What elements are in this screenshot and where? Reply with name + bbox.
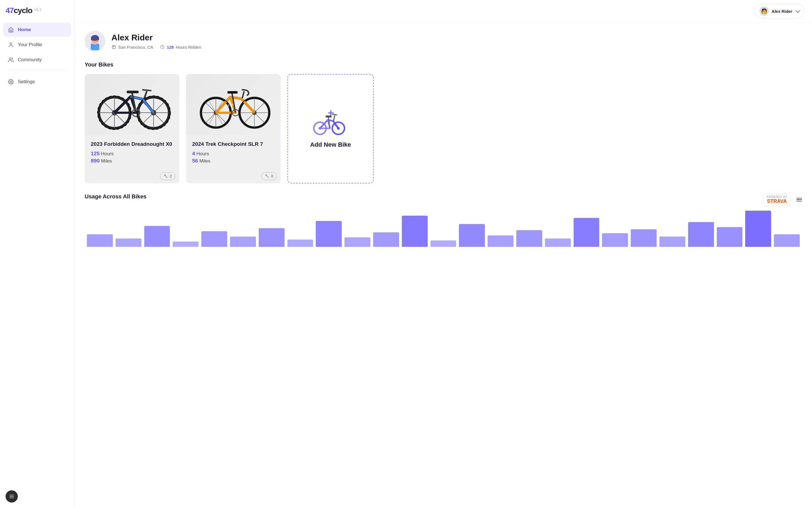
menu-line-1 — [797, 198, 802, 199]
profile-name: Alex Rider — [111, 33, 201, 42]
svg-line-48 — [242, 91, 244, 98]
chart-bar — [316, 221, 342, 247]
chart-bar — [774, 234, 800, 247]
sidebar-item-home-label: Home — [18, 27, 31, 33]
chart-bar — [430, 240, 456, 246]
wrench-badge-2[interactable]: 🔧 0 — [261, 172, 277, 180]
gear-icon — [8, 79, 14, 85]
profile-meta: San Francisco, CA 128 Hours Ridden — [111, 45, 201, 50]
chevron-down-icon — [796, 8, 800, 13]
sidebar-item-settings-label: Settings — [18, 79, 35, 84]
menu-line-2 — [797, 199, 802, 200]
profile-header: Alex Rider San Francisco, CA — [85, 31, 802, 52]
usage-section: Usage Across All Bikes POWERED BY STRAVA — [85, 193, 802, 247]
group-icon — [8, 57, 14, 63]
sidebar-item-profile[interactable]: Your Profile — [3, 38, 71, 52]
profile-info: Alex Rider San Francisco, CA — [111, 33, 201, 50]
chart-bar — [688, 222, 714, 247]
add-bike-card[interactable]: + — [287, 74, 374, 183]
main-nav: Home Your Profile Community — [0, 23, 74, 486]
nav-divider — [7, 71, 68, 71]
user-menu-button[interactable]: 🧑 Alex Rider — [755, 4, 804, 18]
bike-card-1[interactable]: 2023 Forbidden Dreadnought X0 125 Hours … — [85, 74, 179, 183]
svg-point-0 — [10, 43, 12, 45]
bike-footer-1: 🔧 2 — [85, 170, 179, 183]
topbar-user-name: Alex Rider — [772, 9, 792, 14]
svg-point-2 — [10, 81, 12, 82]
wrench-count-2: 0 — [271, 174, 273, 178]
usage-header: Usage Across All Bikes POWERED BY STRAVA — [85, 193, 802, 206]
chart-bar — [230, 236, 256, 247]
bike-image-area-1 — [85, 74, 179, 135]
chart-bar — [402, 216, 428, 246]
page-content: Alex Rider San Francisco, CA — [74, 22, 812, 507]
bike-info-2: 2024 Trek Checkpoint SLR 7 4 Hours 56 Mi… — [186, 135, 281, 170]
bike-hours-2: 4 Hours — [192, 151, 274, 157]
wrench-count-1: 2 — [169, 174, 172, 178]
bike-miles-2: 56 Miles — [192, 158, 274, 164]
chart-bar — [488, 235, 513, 247]
bike-card-2[interactable]: TREK 2024 Trek Che — [186, 74, 281, 183]
strava-menu-button[interactable] — [797, 198, 802, 202]
hours-meta: 128 Hours Ridden — [160, 45, 201, 50]
chart-bar — [201, 231, 227, 247]
bike-image-area-2: TREK — [186, 74, 281, 135]
chart-bar — [259, 228, 285, 247]
wrench-icon-1: 🔧 — [163, 174, 168, 178]
chart-bar — [545, 238, 571, 247]
sidebar-item-home[interactable]: Home — [3, 23, 71, 37]
main-content: 🧑 Alex Rider — [74, 0, 812, 507]
svg-line-60 — [333, 114, 337, 115]
chart-bar — [459, 224, 485, 247]
sidebar-item-community[interactable]: Community — [3, 53, 71, 67]
svg-rect-58 — [325, 115, 332, 117]
logo-area: 47cyclo v1.1 — [0, 0, 74, 23]
usage-title: Usage Across All Bikes — [85, 193, 147, 200]
chart-bar — [717, 227, 743, 247]
topbar: 🧑 Alex Rider — [74, 0, 812, 22]
hours-value: 128 — [167, 45, 174, 50]
svg-rect-25 — [127, 91, 139, 94]
bike-miles-1: 890 Miles — [91, 158, 173, 164]
bike-hours-1: 125 Hours — [91, 151, 173, 157]
logo-text: 47cyclo — [6, 6, 32, 15]
bikes-section-title: Your Bikes — [85, 61, 802, 68]
bikes-grid: 2023 Forbidden Dreadnought X0 125 Hours … — [85, 74, 802, 183]
svg-rect-7 — [93, 40, 95, 42]
svg-rect-8 — [96, 40, 98, 42]
add-bike-label: Add New Bike — [310, 141, 351, 148]
chart-bar — [373, 232, 399, 247]
location-text: San Francisco, CA — [118, 45, 153, 50]
wrench-icon-2: 🔧 — [265, 174, 269, 178]
chart-bar — [115, 238, 142, 247]
strava-name: STRAVA — [767, 199, 787, 204]
svg-rect-10 — [112, 45, 115, 49]
usage-chart — [85, 211, 802, 247]
chart-bar — [659, 236, 685, 247]
map-icon — [111, 45, 116, 50]
sidebar-item-settings[interactable]: Settings — [3, 75, 71, 89]
chart-bar — [345, 237, 370, 246]
chart-bar — [516, 230, 542, 246]
bike-name-2: 2024 Trek Checkpoint SLR 7 — [192, 141, 274, 148]
svg-rect-47 — [227, 91, 238, 94]
clock-icon — [160, 45, 165, 50]
chart-bar — [631, 229, 657, 247]
wrench-badge-1[interactable]: 🔧 2 — [160, 172, 175, 180]
chart-bar — [173, 241, 199, 247]
svg-point-5 — [91, 35, 99, 41]
svg-point-1 — [9, 58, 11, 60]
chart-bar — [144, 226, 170, 246]
home-icon — [8, 27, 14, 33]
sidebar-bottom-button[interactable] — [6, 490, 18, 503]
strava-powered-label: POWERED BY — [767, 195, 787, 199]
bike-footer-2: 🔧 0 — [186, 170, 281, 183]
svg-rect-6 — [91, 39, 99, 40]
avatar — [85, 31, 105, 52]
svg-rect-9 — [94, 41, 95, 41]
menu-line-3 — [797, 201, 802, 202]
strava-badge: POWERED BY STRAVA — [763, 193, 791, 206]
location-meta: San Francisco, CA — [111, 45, 153, 50]
bike-name-1: 2023 Forbidden Dreadnought X0 — [91, 141, 173, 148]
chart-bar — [87, 234, 113, 247]
